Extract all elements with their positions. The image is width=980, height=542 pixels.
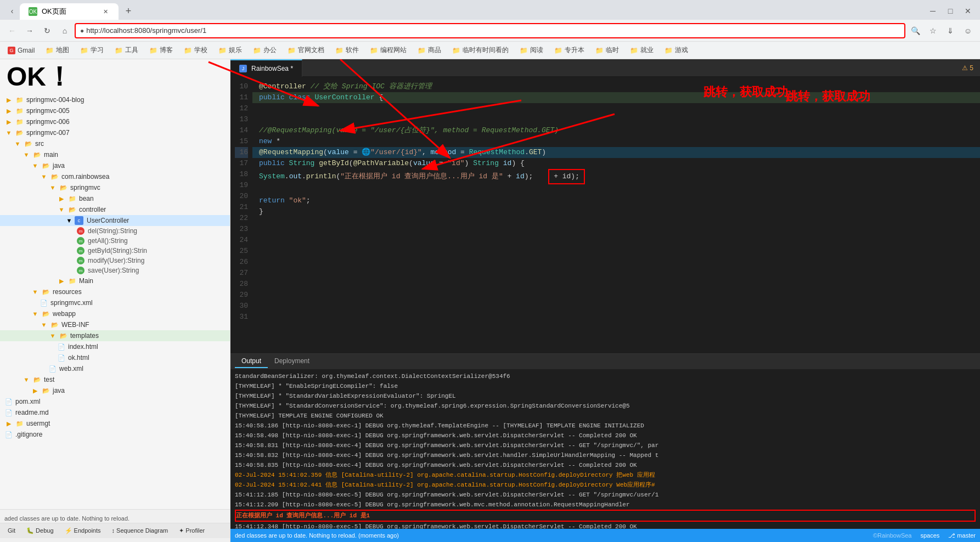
home-btn[interactable]: ⌂ (57, 23, 72, 38)
tree-item-label: WEB-INF (61, 321, 89, 329)
bookmark-entertainment[interactable]: 📁 娱乐 (215, 44, 245, 56)
list-item[interactable]: ▼ 📂 src (0, 138, 230, 149)
code-content: @Controller // 交给 Spring IOC 容器进行管理 publ… (252, 77, 980, 353)
list-item[interactable]: ▶ 📂 java (0, 385, 230, 396)
bookmark-temp-reading[interactable]: 📁 临时有时间看的 (449, 44, 512, 56)
bookmark-goods[interactable]: 📁 商品 (414, 44, 444, 56)
reload-btn[interactable]: ↻ (40, 23, 55, 38)
bookmark-docs[interactable]: 📁 官网文档 (284, 44, 328, 56)
list-item[interactable]: 📄 readme.md (0, 407, 230, 418)
git-btn[interactable]: Git (4, 526, 19, 535)
list-item[interactable]: ▼ 📂 main (0, 149, 230, 160)
list-item[interactable]: ▼ 📂 WEB-INF (0, 319, 230, 330)
search-btn[interactable]: 🔍 (908, 23, 923, 38)
list-item[interactable]: ▼ 📂 templates (0, 330, 230, 341)
list-item[interactable]: ▶ 📁 springmvc-005 (0, 105, 230, 116)
list-item[interactable]: m save(User):String (0, 266, 230, 275)
list-item[interactable]: m modify(User):String (0, 256, 230, 266)
list-item[interactable]: ▶ 📁 usermgt (0, 418, 230, 429)
bookmark-work[interactable]: 📁 办公 (250, 44, 280, 56)
profile-btn[interactable]: ☺ (960, 23, 976, 38)
console-tab-output[interactable]: Output (235, 355, 268, 368)
list-item[interactable]: ▼ 📂 springmvc-007 (0, 127, 230, 138)
list-item[interactable]: ▼ 📂 springmvc (0, 182, 230, 193)
folder-expand-icon: ▼ (40, 320, 48, 329)
bookmark-jobs[interactable]: 📁 就业 (627, 44, 657, 56)
bookmark-docs-label: 官网文档 (298, 46, 324, 55)
endpoints-btn[interactable]: ⚡ Endpoints (61, 526, 104, 535)
folder-icon: 📁 (68, 194, 77, 203)
bookmark-games-label: 游戏 (675, 46, 688, 55)
profiler-btn[interactable]: ✦ Profiler (176, 526, 208, 535)
console-line: [THYMELEAF] * "EnableSpringELCompiler": … (235, 381, 976, 391)
folder-icon-temp-reading: 📁 (452, 47, 460, 54)
list-item[interactable]: ▶ 📁 bean (0, 193, 230, 204)
folder-icon-school: 📁 (184, 47, 192, 54)
right-panel: J RainbowSea * ⚠ 5 10 11 12 13 14 15 (230, 59, 980, 542)
list-item[interactable]: ▼ 📂 java (0, 160, 230, 171)
address-bar[interactable]: ● http://localhost:8080/springmvc/user/1 (75, 23, 905, 38)
bookmark-tools[interactable]: 📁 工具 (111, 44, 142, 56)
list-item[interactable]: 📄 springmvc.xml (0, 297, 230, 308)
tree-item-label: pom.xml (15, 398, 40, 405)
status-right: ©RainbowSea spaces ⎇ master (873, 532, 976, 539)
list-item[interactable]: ▼ c UserController (0, 215, 230, 226)
list-item[interactable]: ▶ 📁 springmvc-006 (0, 116, 230, 127)
minimize-btn[interactable]: ─ (925, 3, 940, 19)
sequence-btn[interactable]: ↕ Sequence Diagram (109, 526, 172, 535)
code-line-16: @RequestMapping(value = 🌐"/user/{id}", m… (252, 147, 980, 158)
bookmark-school[interactable]: 📁 学校 (181, 44, 211, 56)
code-editor: 10 11 12 13 14 15 16 17 18 19 20 21 22 2… (230, 77, 980, 353)
list-item[interactable]: m getById(String):Strin (0, 246, 230, 256)
tree-item-label: springmvc-006 (26, 118, 70, 126)
bookmark-upgrade[interactable]: 📁 专升本 (551, 44, 588, 56)
folder-icon: 📁 (15, 419, 24, 428)
bookmark-software[interactable]: 📁 软件 (332, 44, 362, 56)
list-item[interactable]: 📄 index.html (0, 341, 230, 352)
list-item[interactable]: 📄 pom.xml (0, 396, 230, 407)
list-item[interactable]: ▼ 📂 com.rainbowsea (0, 171, 230, 182)
list-item[interactable]: 📄 .gitignore (0, 429, 230, 440)
maximize-btn[interactable]: □ (943, 3, 958, 19)
list-item[interactable]: ▼ 📂 webapp (0, 308, 230, 319)
console-line: 15:40:58.835 [http-nio-8080-exec-4] DEBU… (235, 460, 976, 470)
list-item[interactable]: 📄 ok.html (0, 352, 230, 363)
editor-tab-active[interactable]: J RainbowSea * (230, 59, 302, 77)
folder-icon: 📂 (42, 386, 50, 395)
bookmark-study[interactable]: 📁 学习 (77, 44, 107, 56)
list-item[interactable]: ▶ 📁 Main (0, 275, 230, 286)
save-page-btn[interactable]: ⇓ (943, 23, 958, 38)
tree-item-label: index.html (68, 343, 98, 351)
folder-icon-coding: 📁 (370, 47, 378, 54)
bookmark-blog[interactable]: 📁 博客 (146, 44, 176, 56)
tree-item-label: getById(String):Strin (88, 247, 147, 255)
list-item[interactable]: ▶ 📁 springmvc-004-blog (0, 94, 230, 105)
bookmark-btn[interactable]: ☆ (925, 23, 940, 38)
bookmark-read[interactable]: 📁 阅读 (516, 44, 547, 56)
code-line-15: new * (252, 136, 980, 147)
back-btn[interactable]: ← (4, 23, 20, 38)
list-item[interactable]: ▼ 📂 controller (0, 204, 230, 215)
tree-item-label: springmvc.xml (50, 299, 93, 307)
list-item[interactable]: ▼ 📂 resources (0, 286, 230, 297)
close-btn[interactable]: ✕ (960, 3, 976, 19)
tab-close-btn[interactable]: ✕ (101, 7, 110, 16)
console-tab-deployment[interactable]: Deployment (268, 355, 316, 368)
forward-btn[interactable]: → (22, 23, 37, 38)
bookmark-coding[interactable]: 📁 编程网站 (367, 44, 410, 56)
list-item[interactable]: m getAll():String (0, 236, 230, 246)
debug-btn[interactable]: 🐛 Debug (23, 526, 57, 535)
new-tab-btn[interactable]: + (121, 3, 136, 19)
bookmark-map[interactable]: 📁 地图 (42, 44, 72, 56)
code-line-10: @Controller // 交给 Spring IOC 容器进行管理 (252, 81, 980, 92)
list-item[interactable]: m del(String):String (0, 226, 230, 236)
bookmark-temp-reading-label: 临时有时间看的 (463, 46, 509, 55)
tab-prev-btn[interactable]: ‹ (4, 3, 20, 19)
list-item[interactable]: ▼ 📂 test (0, 374, 230, 385)
bookmark-temp[interactable]: 📁 临时 (592, 44, 622, 56)
browser-tab-active[interactable]: OK OK页面 ✕ (20, 3, 119, 20)
folder-icon-upgrade: 📁 (554, 47, 562, 54)
list-item[interactable]: 📄 web.xml (0, 363, 230, 374)
bookmark-gmail[interactable]: G Gmail (4, 46, 38, 55)
bookmark-games[interactable]: 📁 游戏 (661, 44, 691, 56)
